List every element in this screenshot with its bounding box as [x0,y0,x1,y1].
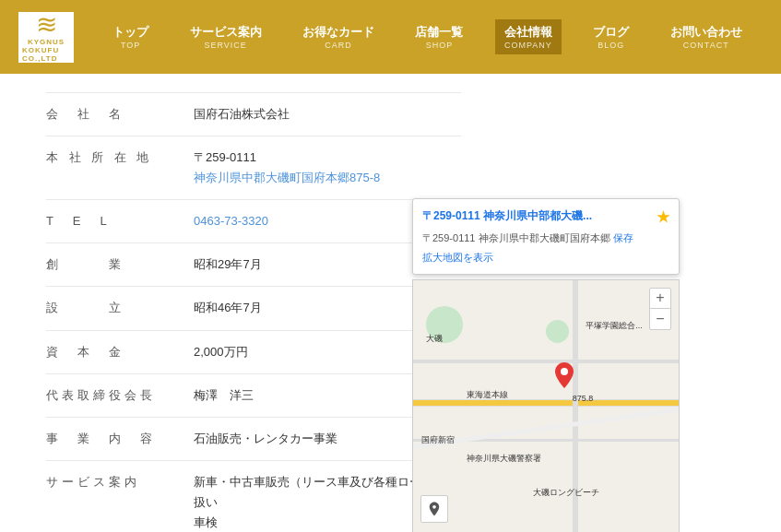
nav-sub-label: CARD [302,41,374,50]
info-label: 設 立 [46,298,194,316]
logo-area: ≋ KYGNUS KOKUFU CO.,LTD [18,12,74,63]
map-background: 大磯 東海道本線 国府新宿 神奈川県大磯警察署 大磯ロングビーチ 平塚学園総合.… [413,280,679,533]
info-label: 本 社 所 在 地 [46,148,194,166]
content-wrap: 会 社 名国府石油株式会社本 社 所 在 地〒259-0111神奈川県中郡大磯町… [46,92,735,532]
map-zoom-controls: + − [649,288,671,330]
info-label: 代表取締役会長 [46,385,194,404]
info-value: 国府石油株式会社 [194,104,461,124]
table-row: 本 社 所 在 地〒259-0111神奈川県中郡大磯町国府本郷875-8 [46,136,461,200]
table-row: 資 本 金2,000万円 [46,331,461,374]
map-popup-address: 〒259-0111 神奈川県中郡大磯町国府本郷 保存 [422,231,669,246]
header: ≋ KYGNUS KOKUFU CO.,LTD トップTOPサービス案内SERV… [0,0,781,74]
info-label: サービス案内 [46,472,194,491]
map-green-area2 [546,320,569,343]
table-row: 創 業昭和29年7月 [46,243,461,287]
info-label: 創 業 [46,254,194,273]
map-label-kofushinjuku: 国府新宿 [421,434,455,446]
nav-main-label: トップ [112,24,148,41]
nav-main-label: サービス案内 [190,24,262,41]
map-label-police: 神奈川県大磯警察署 [467,453,541,465]
map-popup-title-text: 〒259-0111 神奈川県中部都大磯... [422,208,592,224]
main-nav: トップTOPサービス案内SERVICEお得なカードCARD店舗一覧SHOP会社情… [92,19,763,54]
table-row: 会 社 名国府石油株式会社 [46,92,461,136]
nav-sub-label: CONTACT [670,41,742,50]
map-pin-icon [555,362,574,391]
map-road-h2 [413,360,679,363]
main-content: 会 社 名国府石油株式会社本 社 所 在 地〒259-0111神奈川県中郡大磯町… [0,74,781,532]
nav-item-company[interactable]: 会社情報COMPANY [495,19,562,54]
map-road-horizontal [413,399,679,407]
map-label-tokaido: 東海道本線 [467,389,508,401]
map-expand-link[interactable]: 拡大地図を表示 [422,251,669,265]
table-row: サービス案内新車・中古車販売（リース車及び各種ローン）取扱い車検キズ・へこみ直し… [46,461,461,532]
info-label: 会 社 名 [46,104,194,123]
nav-main-label: ブログ [593,24,629,41]
map-zoom-in-button[interactable]: + [650,289,670,309]
nav-main-label: お得なカード [302,24,374,41]
info-label: 事 業 内 容 [46,429,194,447]
nav-sub-label: SERVICE [190,41,262,50]
logo-icon: ≋ KYGNUS KOKUFU CO.,LTD [18,12,74,63]
nav-main-label: お問い合わせ [670,24,742,41]
table-row: T E L0463-73-3320 [46,200,461,243]
nav-sub-label: BLOG [593,41,629,50]
tel-link[interactable]: 0463-73-3320 [194,214,268,228]
nav-sub-label: TOP [112,41,148,50]
map-label-oiso: 大磯 [426,333,443,345]
nav-item-shop[interactable]: 店舗一覧SHOP [406,19,472,54]
nav-item-blog[interactable]: ブログBLOG [584,19,638,54]
svg-point-0 [561,368,568,375]
map-streetview-button[interactable] [420,495,448,523]
map-label-longbeach: 大磯ロングビーチ [533,487,599,499]
logo-sub: KOKUFU CO.,LTD [22,46,70,63]
map-iframe: 大磯 東海道本線 国府新宿 神奈川県大磯警察署 大磯ロングビーチ 平塚学園総合.… [412,279,680,533]
map-label-hiratsuka: 平塚学園総合... [586,320,643,332]
map-popup: 〒259-0111 神奈川県中部都大磯... ★ 〒259-0111 神奈川県中… [412,198,680,275]
info-line: 〒259-0111 [194,148,461,168]
nav-main-label: 店舗一覧 [415,24,463,41]
address-link[interactable]: 神奈川県中郡大磯町国府本郷875-8 [194,171,380,184]
table-row: 事 業 内 容石油販売・レンタカー事業 [46,418,461,461]
logo-text: KYGNUS [28,38,65,46]
map-star-icon: ★ [657,208,669,226]
map-zoom-out-button[interactable]: − [650,309,670,329]
info-value: 〒259-0111神奈川県中郡大磯町国府本郷875-8 [194,148,461,188]
nav-sub-label: COMPANY [504,41,552,50]
map-label-address-num: 875.8 [573,394,594,403]
info-label: 資 本 金 [46,342,194,361]
table-row: 代表取締役会長梅澤 洋三 [46,374,461,418]
nav-item-top[interactable]: トップTOP [103,19,158,54]
nav-item-card[interactable]: お得なカードCARD [293,19,384,54]
logo-bird-icon: ≋ [36,12,57,38]
nav-item-contact[interactable]: お問い合わせCONTACT [661,19,751,54]
map-area: 〒259-0111 神奈川県中部都大磯... ★ 〒259-0111 神奈川県中… [412,198,680,532]
info-table: 会 社 名国府石油株式会社本 社 所 在 地〒259-0111神奈川県中郡大磯町… [46,92,461,532]
nav-main-label: 会社情報 [504,24,552,41]
info-label: T E L [46,211,194,230]
map-save-button[interactable]: 保存 [613,232,633,243]
nav-sub-label: SHOP [415,41,463,50]
nav-item-service[interactable]: サービス案内SERVICE [181,19,271,54]
map-popup-title: 〒259-0111 神奈川県中部都大磯... ★ [422,208,669,226]
table-row: 設 立昭和46年7月 [46,287,461,330]
